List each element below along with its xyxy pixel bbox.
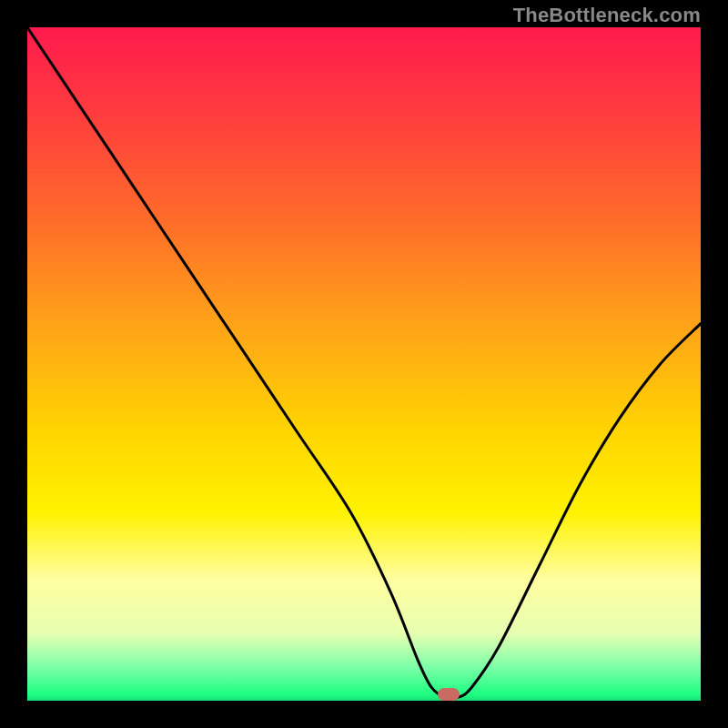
curve-svg	[27, 27, 701, 701]
bottleneck-curve	[27, 27, 701, 699]
watermark-text: TheBottleneck.com	[513, 4, 701, 27]
chart-frame: TheBottleneck.com	[0, 0, 728, 728]
optimum-marker	[438, 688, 460, 701]
plot-area	[27, 27, 701, 701]
